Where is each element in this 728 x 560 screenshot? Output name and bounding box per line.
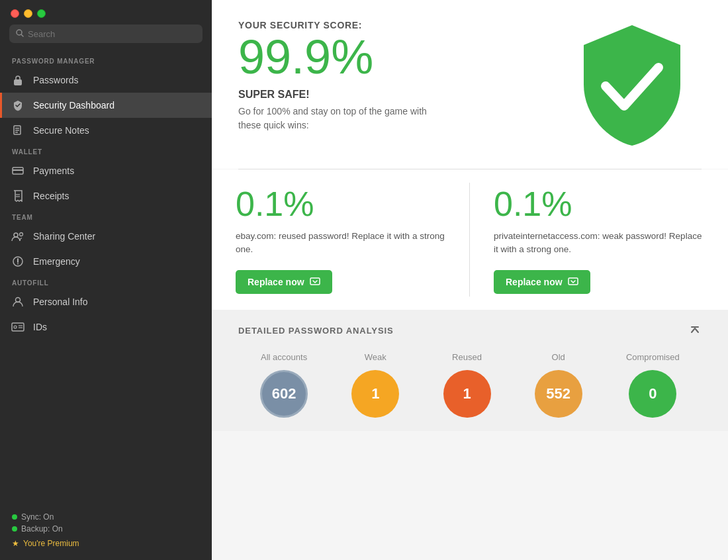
sidebar-item-label-emergency: Emergency [33, 256, 80, 267]
issue-card-1: 0.1% privateinternetaccess.com: weak pas… [470, 169, 728, 310]
minimize-button[interactable] [24, 9, 32, 18]
analysis-circle-reused: 1 [443, 370, 491, 418]
close-button[interactable] [11, 9, 19, 18]
score-tagline: SUPER SAFE! [238, 89, 576, 101]
analysis-col-all: All accounts 602 [260, 352, 308, 418]
sharing-icon [11, 229, 25, 244]
svg-rect-5 [15, 130, 19, 131]
sidebar-item-payments[interactable]: Payments [0, 158, 212, 183]
search-input[interactable] [28, 29, 196, 39]
score-value: 99.9% [238, 33, 576, 81]
sync-label: Sync: On [21, 512, 54, 522]
backup-label: Backup: On [21, 524, 63, 534]
analysis-header: DETAILED PASSWORD ANALYSIS [238, 323, 702, 339]
analysis-section: DETAILED PASSWORD ANALYSIS All accounts … [212, 310, 728, 431]
svg-rect-21 [310, 278, 320, 285]
svg-rect-4 [15, 128, 19, 129]
svg-rect-22 [569, 278, 578, 285]
sidebar: PASSWORD MANAGER Passwords Security Dash… [0, 0, 212, 560]
section-label-password-manager: PASSWORD MANAGER [0, 52, 212, 68]
shield-icon [576, 20, 688, 149]
sidebar-item-personal-info[interactable]: Personal Info [0, 289, 212, 314]
lock-icon [11, 73, 25, 87]
sidebar-footer: Sync: On Backup: On ★ You're Premium [0, 504, 212, 560]
svg-point-18 [14, 326, 17, 328]
replace-now-button-0[interactable]: Replace now [236, 270, 332, 294]
emergency-icon [11, 254, 25, 269]
svg-point-11 [14, 233, 18, 237]
analysis-circle-all: 602 [260, 370, 308, 418]
sidebar-item-emergency[interactable]: Emergency [0, 249, 212, 274]
score-section: YOUR SECURITY SCORE: 99.9% SUPER SAFE! G… [212, 0, 728, 169]
sidebar-item-label-payments: Payments [33, 165, 74, 176]
replace-now-button-1[interactable]: Replace now [494, 270, 590, 294]
replace-now-label-1: Replace now [506, 277, 563, 287]
issue-desc-0: ebay.com: reused password! Replace it wi… [236, 230, 446, 257]
sidebar-item-security-dashboard[interactable]: Security Dashboard [0, 93, 212, 118]
analysis-columns: All accounts 602 Weak 1 Reused 1 Old 552… [238, 352, 702, 418]
sidebar-item-ids[interactable]: IDs [0, 314, 212, 340]
shield-check-icon [11, 98, 25, 113]
person-icon [11, 295, 25, 309]
sidebar-item-label-personal-info: Personal Info [33, 297, 88, 307]
analysis-col-label-weak: Weak [365, 352, 387, 362]
issue-desc-1: privateinternetaccess.com: weak password… [494, 230, 704, 257]
sidebar-item-label-secure-notes: Secure Notes [33, 125, 89, 136]
score-description: Go for 100% and stay on top of the game … [238, 105, 430, 132]
main-content: YOUR SECURITY SCORE: 99.9% SUPER SAFE! G… [212, 0, 728, 560]
nav-sections: PASSWORD MANAGER Passwords Security Dash… [0, 52, 212, 340]
star-icon: ★ [12, 539, 19, 548]
sidebar-item-label-security-dashboard: Security Dashboard [33, 100, 114, 111]
issue-card-0: 0.1% ebay.com: reused password! Replace … [212, 169, 470, 310]
card-icon [11, 163, 25, 178]
svg-rect-2 [14, 79, 22, 85]
sidebar-item-passwords[interactable]: Passwords [0, 68, 212, 93]
issue-percent-0: 0.1% [236, 185, 446, 223]
shield-container [576, 20, 702, 149]
section-label-wallet: WALLET [0, 143, 212, 158]
sidebar-item-label-sharing-center: Sharing Center [33, 231, 95, 242]
search-bar[interactable] [9, 24, 203, 43]
score-label: YOUR SECURITY SCORE: [238, 20, 576, 30]
analysis-col-label-old: Old [552, 352, 565, 362]
receipt-icon [11, 189, 25, 203]
svg-rect-8 [13, 169, 23, 171]
backup-status: Backup: On [12, 524, 200, 534]
issues-section: 0.1% ebay.com: reused password! Replace … [212, 169, 728, 310]
backup-dot [12, 526, 17, 532]
svg-point-15 [17, 263, 19, 265]
maximize-button[interactable] [37, 9, 46, 18]
note-icon [11, 123, 25, 138]
section-label-autofill: AUTOFILL [0, 274, 212, 289]
svg-point-12 [20, 233, 23, 236]
collapse-icon[interactable] [688, 323, 702, 339]
section-label-team: TEAM [0, 209, 212, 224]
analysis-title: DETAILED PASSWORD ANALYSIS [238, 326, 394, 336]
sidebar-item-label-receipts: Receipts [33, 191, 69, 201]
replace-icon-1 [568, 277, 578, 287]
analysis-circle-compromised: 0 [629, 370, 676, 418]
analysis-col-old: Old 552 [535, 352, 582, 418]
sync-status: Sync: On [12, 512, 200, 522]
sidebar-item-label-passwords: Passwords [33, 75, 78, 85]
issue-percent-1: 0.1% [494, 185, 704, 223]
svg-rect-6 [15, 132, 18, 133]
analysis-col-reused: Reused 1 [443, 352, 491, 418]
premium-label: You're Premium [23, 539, 79, 548]
traffic-lights [0, 0, 212, 24]
svg-line-1 [21, 34, 23, 36]
replace-now-label-0: Replace now [248, 277, 304, 287]
sidebar-item-sharing-center[interactable]: Sharing Center [0, 224, 212, 249]
analysis-col-label-all: All accounts [261, 352, 307, 362]
id-icon [11, 320, 25, 334]
sidebar-item-label-ids: IDs [33, 322, 47, 332]
sidebar-item-receipts[interactable]: Receipts [0, 183, 212, 209]
sidebar-item-secure-notes[interactable]: Secure Notes [0, 118, 212, 143]
analysis-col-weak: Weak 1 [351, 352, 399, 418]
analysis-col-compromised: Compromised 0 [626, 352, 680, 418]
sync-dot [12, 514, 17, 520]
analysis-col-label-reused: Reused [452, 352, 482, 362]
score-left: YOUR SECURITY SCORE: 99.9% SUPER SAFE! G… [238, 20, 576, 132]
analysis-circle-old: 552 [535, 370, 582, 418]
premium-badge: ★ You're Premium [12, 539, 200, 548]
